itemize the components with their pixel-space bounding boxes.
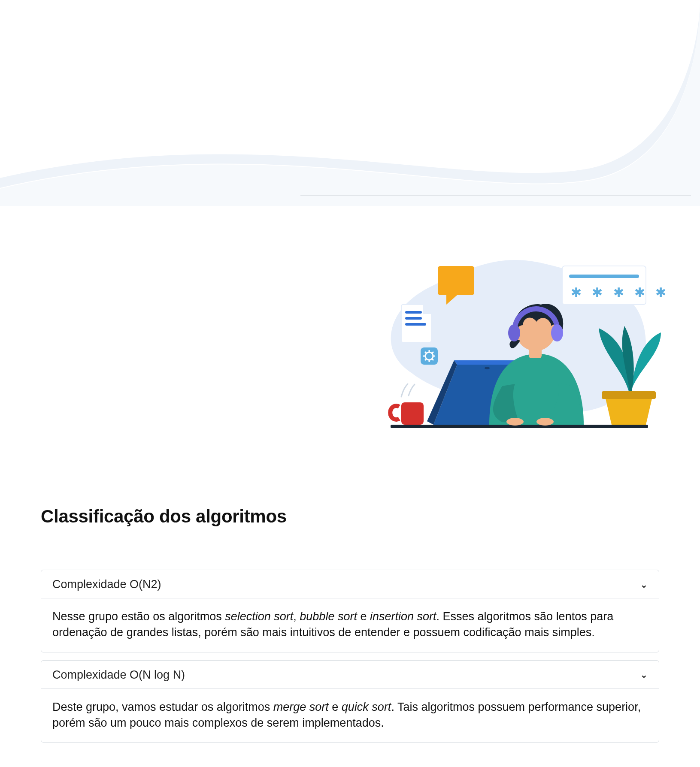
chevron-down-icon: ⌄ — [640, 580, 648, 589]
document-icon — [401, 305, 431, 342]
hero-illustration: ✱ ✱ ✱ ✱ ✱ — [361, 240, 665, 433]
alg-name: bubble sort — [300, 610, 357, 623]
alg-name: merge sort — [273, 701, 329, 713]
body-text: e — [357, 610, 370, 623]
chevron-down-icon: ⌄ — [640, 670, 648, 679]
body-text: Nesse grupo estão os algoritmos — [52, 610, 225, 623]
accordion-header-on2[interactable]: Complexidade O(N2) ⌄ — [41, 570, 659, 598]
svg-rect-22 — [602, 391, 656, 399]
hero-wave-bg — [0, 0, 700, 210]
accordion-card-on2: Complexidade O(N2) ⌄ Nesse grupo estão o… — [41, 570, 659, 652]
svg-point-24 — [536, 418, 554, 426]
alg-name: selection sort — [225, 610, 293, 623]
accordion-body-onlogn: Deste grupo, vamos estudar os algoritmos… — [41, 689, 659, 743]
password-card-icon: ✱ ✱ ✱ ✱ ✱ — [562, 266, 665, 305]
alg-name: insertion sort — [370, 610, 436, 623]
accordion-header-onlogn[interactable]: Complexidade O(N log N) ⌄ — [41, 661, 659, 689]
svg-point-28 — [551, 324, 563, 341]
svg-point-27 — [508, 324, 520, 341]
section-title: Classificação dos algoritmos — [41, 506, 659, 527]
body-text: e — [329, 701, 342, 713]
svg-point-23 — [506, 418, 524, 426]
alg-name: quick sort — [342, 701, 391, 713]
svg-rect-1 — [438, 266, 474, 295]
svg-rect-19 — [391, 425, 648, 428]
svg-text:✱ ✱ ✱ ✱ ✱: ✱ ✱ ✱ ✱ ✱ — [571, 285, 665, 299]
accordion-card-onlogn: Complexidade O(N log N) ⌄ Deste grupo, v… — [41, 660, 659, 743]
accordion-title: Complexidade O(N log N) — [52, 668, 185, 682]
svg-point-21 — [485, 367, 490, 369]
body-text: , — [293, 610, 300, 623]
svg-rect-20 — [401, 402, 424, 425]
accordion-title: Complexidade O(N2) — [52, 578, 161, 591]
accordion-body-on2: Nesse grupo estão os algoritmos selectio… — [41, 598, 659, 652]
gear-icon — [421, 347, 438, 365]
mug-icon — [390, 384, 424, 425]
body-text: Deste grupo, vamos estudar os algoritmos — [52, 701, 273, 713]
